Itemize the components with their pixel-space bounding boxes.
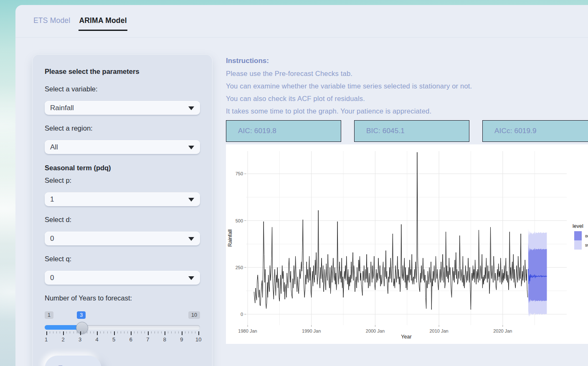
slider-tick-minor bbox=[70, 331, 70, 333]
chevron-down-icon bbox=[188, 146, 194, 149]
slider-tick-minor bbox=[90, 331, 91, 333]
slider-tick-minor bbox=[175, 331, 175, 333]
slider-tick-minor bbox=[137, 331, 138, 333]
main-panel: Instructions: Please use the Pre-forecas… bbox=[226, 57, 588, 344]
slider-tick-label: 5 bbox=[112, 336, 115, 343]
slider-tick-label: 1 bbox=[45, 336, 48, 343]
x-tick-label: 2020 Jan bbox=[493, 328, 512, 333]
slider-tick-minor bbox=[161, 331, 162, 333]
app-background: ETS Model ARIMA Model Please select the … bbox=[0, 0, 588, 366]
slider-tick-label: 3 bbox=[79, 336, 81, 343]
slider-tick-major bbox=[198, 331, 199, 335]
app-card: ETS Model ARIMA Model Please select the … bbox=[15, 5, 588, 366]
slider-tick-major bbox=[114, 331, 115, 335]
slider-tick-major bbox=[97, 331, 98, 335]
slider-tick-minor bbox=[50, 331, 50, 333]
slider-tick-minor bbox=[171, 331, 172, 333]
forecast-band bbox=[528, 243, 547, 303]
slider-tick-minor bbox=[111, 331, 111, 333]
x-axis-title: Year bbox=[401, 334, 411, 340]
metric-bic: BIC: 6045.1 bbox=[354, 120, 469, 142]
variable-select[interactable]: Rainfall bbox=[45, 101, 200, 115]
slider-tick-minor bbox=[87, 331, 87, 333]
seasonal-term-title: Seasonal term (pdq) bbox=[45, 164, 200, 172]
y-tick-label: 750 bbox=[236, 171, 243, 176]
slider-tick-major bbox=[46, 331, 47, 335]
d-select[interactable]: 0 bbox=[45, 232, 200, 245]
tab-bar: ETS Model ARIMA Model bbox=[33, 16, 127, 31]
region-select-value: All bbox=[45, 143, 58, 151]
slider-tick-major bbox=[148, 331, 149, 335]
legend: level80%95% bbox=[573, 223, 588, 250]
tab-arima-model[interactable]: ARIMA Model bbox=[79, 16, 127, 31]
legend-swatch bbox=[574, 231, 582, 240]
p-select[interactable]: 1 bbox=[45, 192, 200, 206]
metric-boxes: AIC: 6019.8 BIC: 6045.1 AICc: 6019.9 bbox=[226, 120, 588, 142]
slider-tick-minor bbox=[178, 331, 179, 333]
rainfall-forecast-chart: 02505007501980 Jan1990 Jan2000 Jan2010 J… bbox=[226, 144, 588, 344]
slider-tick-label: 9 bbox=[180, 336, 183, 343]
slider-tick-label: 8 bbox=[163, 336, 166, 343]
slider-tick-minor bbox=[117, 331, 118, 333]
x-tick-label: 2010 Jan bbox=[429, 328, 448, 333]
tab-ets-model[interactable]: ETS Model bbox=[33, 16, 71, 31]
slider-tick-minor bbox=[121, 331, 121, 333]
slider-tick-minor bbox=[77, 331, 77, 333]
x-tick-label: 1980 Jan bbox=[238, 328, 257, 333]
forecast-plot-container: 02505007501980 Jan1990 Jan2000 Jan2010 J… bbox=[226, 144, 588, 344]
slider-tick-label: 10 bbox=[195, 336, 201, 343]
slider-tick-minor bbox=[60, 331, 60, 333]
slider-tick-minor bbox=[66, 331, 67, 333]
observed-series-line bbox=[254, 152, 527, 310]
slider-tick-label: 4 bbox=[96, 336, 99, 343]
slider-min-badge: 1 bbox=[45, 311, 53, 319]
slider-tick-minor bbox=[124, 331, 124, 333]
gridlines bbox=[246, 151, 567, 325]
slider-tick-minor bbox=[134, 331, 134, 333]
x-tick-label: 2000 Jan bbox=[366, 328, 385, 333]
slider-tick-minor bbox=[56, 331, 57, 333]
q-label: Select q: bbox=[45, 255, 200, 263]
slider-tick-minor bbox=[168, 331, 168, 333]
slider-tick-label: 6 bbox=[129, 336, 132, 343]
sidebar-title: Please select the parameters bbox=[45, 68, 200, 76]
q-select[interactable]: 0 bbox=[45, 271, 200, 285]
sidebar-panel: Please select the parameters Select a va… bbox=[32, 54, 213, 366]
slider-tick-major bbox=[182, 331, 182, 335]
slider-tick-label: 7 bbox=[146, 336, 149, 343]
slider-tick-minor bbox=[94, 331, 94, 333]
chevron-down-icon bbox=[188, 198, 194, 202]
region-label: Select a region: bbox=[45, 124, 200, 132]
metric-aic: AIC: 6019.8 bbox=[226, 120, 341, 142]
legend-label: 80% bbox=[585, 234, 588, 238]
slider-tick-minor bbox=[185, 331, 185, 333]
region-select[interactable]: All bbox=[45, 140, 200, 154]
slider-tick-minor bbox=[192, 331, 192, 333]
years-slider[interactable]: 1 3 10 12345678910 bbox=[45, 311, 200, 341]
y-tick-label: 500 bbox=[236, 218, 243, 223]
legend-swatch bbox=[574, 240, 582, 250]
variable-select-value: Rainfall bbox=[45, 104, 74, 112]
slider-tick-minor bbox=[141, 331, 142, 333]
instruction-line: It takes some time to plot the graph. Yo… bbox=[226, 107, 588, 115]
slider-value-badge: 3 bbox=[77, 311, 86, 319]
forecast-button[interactable]: Forecast bbox=[45, 356, 101, 366]
slider-tick-minor bbox=[84, 331, 84, 333]
slider-max-badge: 10 bbox=[188, 311, 200, 319]
slider-tick-label: 2 bbox=[62, 336, 65, 343]
y-axis-title: Rainfall bbox=[227, 230, 233, 247]
instruction-line: You can also check its ACF plot of resid… bbox=[226, 95, 588, 103]
legend-title: level bbox=[573, 223, 583, 229]
slider-grid: 12345678910 bbox=[45, 331, 200, 342]
legend-label: 95% bbox=[585, 243, 588, 247]
slider-tick-minor bbox=[144, 331, 145, 333]
d-label: Select d: bbox=[45, 216, 200, 224]
slider-tick-minor bbox=[151, 331, 152, 333]
p-label: Select p: bbox=[45, 177, 200, 184]
x-tick-label: 1990 Jan bbox=[302, 328, 321, 333]
slider-tick-major bbox=[165, 331, 165, 335]
slider-tick-minor bbox=[188, 331, 189, 333]
slider-tick-minor bbox=[127, 331, 128, 333]
p-select-value: 1 bbox=[45, 195, 54, 204]
tabs-divider bbox=[15, 37, 588, 38]
